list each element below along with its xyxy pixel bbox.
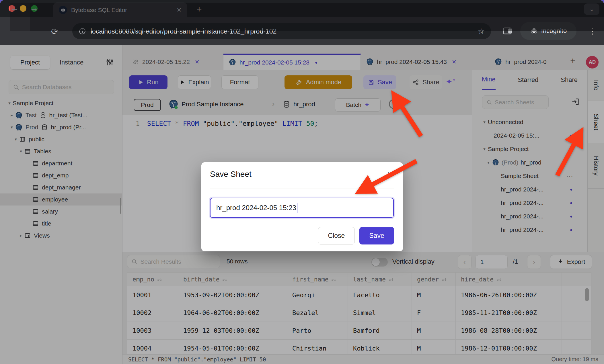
sheet-name-value: hr_prod 2024-02-05 15:23 — [216, 204, 296, 212]
dialog-save-button[interactable]: Save — [359, 227, 394, 244]
text-caret — [297, 203, 298, 213]
bytebase-app: Project Instance ▾ Sample Project ▸ Test — [0, 45, 604, 364]
dialog-title: Save Sheet — [210, 170, 252, 179]
dialog-close-icon[interactable]: ✕ — [387, 170, 393, 179]
dialog-divider — [210, 189, 394, 189]
sheet-name-input[interactable]: hr_prod 2024-02-05 15:23 — [210, 198, 394, 218]
browser-window: Bytebase SQL Editor ✕ + ⌄ ← → ⟳ localhos… — [0, 0, 604, 364]
browser-navbar: ← → ⟳ localhost:8080/sql-editor/prod-sam… — [0, 17, 604, 45]
save-sheet-dialog: Save Sheet ✕ hr_prod 2024-02-05 15:23 Cl… — [201, 162, 403, 251]
dialog-close-button[interactable]: Close — [318, 227, 355, 244]
forward-icon[interactable]: → — [30, 3, 604, 31]
